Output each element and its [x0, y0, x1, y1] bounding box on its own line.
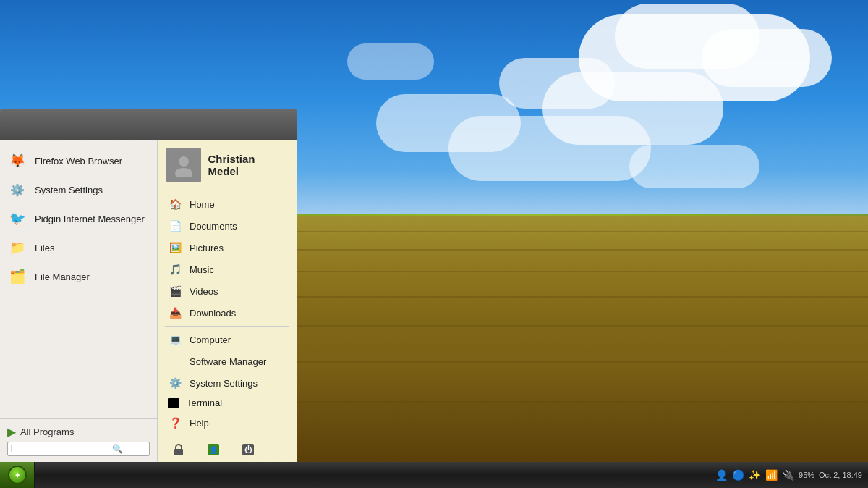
documents-icon: 📄 [168, 219, 182, 233]
computer-icon: 💻 [168, 332, 182, 347]
search-box[interactable]: 🔍 [7, 442, 150, 456]
file-manager-icon: 🗂️ [7, 266, 27, 287]
menu-left-panel: 🦊 Firefox Web Browser ⚙️ System Settings… [0, 140, 158, 462]
search-input[interactable] [11, 444, 112, 454]
menu-header [0, 109, 297, 140]
menu-item-firefox-label: Firefox Web Browser [35, 156, 122, 167]
menu-item-file-manager[interactable]: 🗂️ File Manager [0, 262, 157, 291]
menu-item-system-settings-right-label: System Settings [190, 378, 258, 389]
battery-label: 95% [799, 471, 814, 479]
menu-item-help[interactable]: ❓ Help [158, 412, 297, 434]
tray-network-icon: 📶 [765, 469, 778, 481]
tray-power-icon: 🔌 [782, 469, 794, 481]
svg-point-1 [175, 168, 192, 177]
menu-item-software-manager[interactable]: Software Manager [158, 350, 297, 372]
all-programs-label: All Programs [20, 426, 74, 437]
firefox-icon: 🦊 [7, 151, 27, 171]
home-icon: 🏠 [168, 197, 182, 211]
tray-user-icon: 👤 [715, 469, 728, 481]
svg-text:👤: 👤 [209, 445, 218, 455]
menu-item-computer-label: Computer [190, 335, 231, 345]
menu-item-terminal-label: Terminal [187, 397, 222, 408]
menu-item-computer[interactable]: 💻 Computer [158, 329, 297, 350]
menu-item-system-settings[interactable]: ⚙️ System Settings [0, 175, 157, 204]
menu-item-firefox[interactable]: 🦊 Firefox Web Browser [0, 146, 157, 175]
menu-body: 🦊 Firefox Web Browser ⚙️ System Settings… [0, 140, 297, 462]
taskbar: ✦ 👤 🔵 ✨ 📶 🔌 95% Oct 2, 18:49 [0, 462, 868, 488]
menu-item-pidgin[interactable]: 🐦 Pidgin Internet Messenger [0, 204, 157, 233]
menu-item-terminal[interactable]: Terminal [158, 394, 297, 412]
tray-updates-icon: ✨ [749, 469, 761, 481]
svg-rect-2 [174, 449, 183, 455]
right-menu-items: 🏠 Home 📄 Documents 🖼️ Pictures 🎵 Music [158, 190, 297, 437]
menu-item-downloads-label: Downloads [190, 308, 236, 319]
menu-item-help-label: Help [190, 418, 209, 429]
avatar-icon [172, 153, 195, 177]
menu-item-software-manager-label: Software Manager [190, 356, 266, 367]
taskbar-right: 👤 🔵 ✨ 📶 🔌 95% Oct 2, 18:49 [715, 469, 868, 481]
cloud-8 [347, 43, 434, 80]
svg-point-0 [179, 156, 189, 167]
user-name: Christian Medel [208, 153, 289, 177]
cloud-9 [629, 145, 760, 188]
system-settings-right-icon: ⚙️ [168, 376, 182, 390]
menu-item-system-settings-right[interactable]: ⚙️ System Settings [158, 372, 297, 394]
user-switch-icon: 👤 [207, 443, 220, 456]
menu-item-home-label: Home [190, 199, 215, 210]
menu-right-header: Christian Medel [158, 140, 297, 190]
menu-left-items: 🦊 Firefox Web Browser ⚙️ System Settings… [0, 140, 157, 418]
lock-icon [172, 443, 185, 456]
menu-item-videos-label: Videos [190, 286, 218, 297]
datetime-label: Oct 2, 18:49 [819, 471, 862, 479]
downloads-icon: 📥 [168, 306, 182, 320]
menu-item-system-settings-label: System Settings [35, 185, 103, 195]
music-icon: 🎵 [168, 262, 182, 277]
files-icon: 📁 [7, 237, 27, 258]
pidgin-icon: 🐦 [7, 209, 27, 229]
pictures-icon: 🖼️ [168, 240, 182, 255]
lock-button[interactable] [168, 442, 190, 458]
search-icon: 🔍 [112, 444, 123, 454]
cloud-5 [499, 58, 615, 109]
all-programs-row[interactable]: ▶ All Programs [7, 425, 150, 439]
separator-1 [165, 326, 289, 327]
menu-item-videos[interactable]: 🎬 Videos [158, 280, 297, 302]
system-settings-icon: ⚙️ [7, 180, 27, 200]
start-button[interactable]: ✦ [0, 462, 35, 488]
menu-item-music-label: Music [190, 264, 214, 275]
videos-icon: 🎬 [168, 284, 182, 298]
menu-right-footer: 👤 ⏻ [158, 437, 297, 462]
shutdown-button[interactable]: ⏻ [237, 442, 259, 458]
tray-bluetooth-icon: 🔵 [732, 469, 744, 481]
start-orb-inner: ✦ [14, 471, 20, 479]
svg-text:⏻: ⏻ [244, 445, 252, 454]
menu-item-file-manager-label: File Manager [35, 272, 90, 282]
start-menu: 🦊 Firefox Web Browser ⚙️ System Settings… [0, 109, 297, 462]
menu-right-panel: Christian Medel 🏠 Home 📄 Documents 🖼️ Pi… [158, 140, 297, 462]
menu-item-documents[interactable]: 📄 Documents [158, 215, 297, 237]
software-manager-icon [168, 354, 182, 369]
menu-item-files[interactable]: 📁 Files [0, 233, 157, 262]
menu-item-pictures-label: Pictures [190, 243, 224, 253]
cloud-7 [448, 116, 651, 181]
menu-item-music[interactable]: 🎵 Music [158, 258, 297, 280]
avatar [166, 148, 201, 182]
cloud-3 [702, 29, 832, 87]
menu-item-files-label: Files [35, 243, 54, 253]
start-orb: ✦ [8, 466, 27, 484]
desktop: 🦊 Firefox Web Browser ⚙️ System Settings… [0, 0, 868, 488]
terminal-icon [168, 398, 179, 408]
help-icon: ❓ [168, 416, 182, 430]
user-switch-button[interactable]: 👤 [203, 442, 224, 458]
menu-item-home[interactable]: 🏠 Home [158, 193, 297, 215]
all-programs-arrow: ▶ [7, 425, 16, 439]
menu-item-pidgin-label: Pidgin Internet Messenger [35, 214, 145, 224]
menu-item-downloads[interactable]: 📥 Downloads [158, 302, 297, 324]
shutdown-icon: ⏻ [242, 443, 255, 456]
menu-item-pictures[interactable]: 🖼️ Pictures [158, 237, 297, 258]
menu-left-footer: ▶ All Programs 🔍 [0, 418, 157, 462]
menu-item-documents-label: Documents [190, 221, 237, 232]
